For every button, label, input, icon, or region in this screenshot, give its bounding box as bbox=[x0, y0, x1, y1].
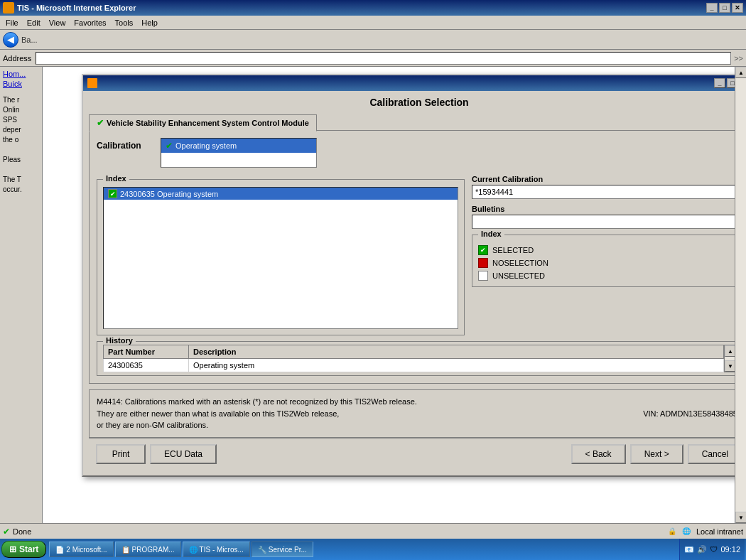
history-scroll-up[interactable]: ▲ bbox=[725, 345, 735, 357]
ie-minimize-button[interactable]: _ bbox=[706, 3, 718, 13]
ie-sidebar: Hom... Buick The rOnlinSPSdeperthe oPlea… bbox=[0, 67, 43, 523]
history-label: History bbox=[103, 336, 136, 345]
network-icon: 🔊 bbox=[697, 545, 707, 554]
sps-icon bbox=[87, 78, 97, 88]
history-row-0: 24300635 Operating system bbox=[104, 359, 724, 372]
sps-content: Calibration Selection ✔ Vehicle Stabilit… bbox=[83, 91, 735, 475]
ie-content: Hom... Buick The rOnlinSPSdeperthe oPlea… bbox=[0, 67, 746, 523]
menu-favorites[interactable]: Favorites bbox=[70, 17, 110, 28]
history-part-0: 24300635 bbox=[104, 359, 189, 372]
legend-unselected-label: UNSELECTED bbox=[492, 271, 545, 280]
taskbar: ⊞ Start 📄 2 Microsoft... 📋 PROGRAM... 🌐 … bbox=[0, 539, 746, 560]
sps-maximize-button[interactable]: □ bbox=[727, 78, 735, 88]
history-scroll-down[interactable]: ▼ bbox=[725, 360, 735, 372]
taskbar-icon-0: 📄 bbox=[55, 546, 64, 554]
ie-scrollbar[interactable]: ▲ ▼ bbox=[735, 67, 746, 523]
taskbar-label-2: TIS - Micros... bbox=[200, 546, 244, 554]
ie-window-controls: _ □ ✕ bbox=[706, 3, 743, 13]
menu-help[interactable]: Help bbox=[137, 17, 162, 28]
history-col-desc: Description bbox=[189, 345, 724, 359]
sidebar-buick-link[interactable]: Buick bbox=[3, 80, 39, 88]
calibration-option-0[interactable]: ✔ Operating system bbox=[161, 139, 316, 153]
legend-selected-label: SELECTED bbox=[492, 246, 534, 254]
legend-unselected-icon bbox=[478, 271, 488, 281]
sps-minimize-button[interactable]: _ bbox=[714, 78, 725, 88]
left-buttons: Print ECU Data bbox=[96, 444, 217, 464]
taskbar-item-1[interactable]: 📋 PROGRAM... bbox=[115, 542, 181, 557]
address-label: Address bbox=[3, 54, 31, 63]
bulletins-group: Bulletins bbox=[472, 205, 735, 229]
left-column: Index ✔ 24300635 Operating system bbox=[97, 175, 465, 335]
main-title: Calibration Selection bbox=[89, 97, 735, 108]
current-calibration-label: Current Calibration bbox=[472, 175, 735, 183]
ecu-data-button[interactable]: ECU Data bbox=[150, 444, 217, 464]
right-panel: Current Calibration Bulletins bbox=[472, 175, 735, 335]
taskbar-items: 📄 2 Microsoft... 📋 PROGRAM... 🌐 TIS - Mi… bbox=[49, 542, 679, 557]
taskbar-item-0[interactable]: 📄 2 Microsoft... bbox=[49, 542, 113, 557]
menu-view[interactable]: View bbox=[45, 17, 70, 28]
menu-file[interactable]: File bbox=[1, 17, 23, 28]
calibration-option-label: Operating system bbox=[175, 141, 237, 150]
message-box: M4414: Calibrations marked with an aster… bbox=[89, 389, 735, 438]
index-item-0[interactable]: ✔ 24300635 Operating system bbox=[104, 188, 458, 200]
back-button[interactable]: ◀ bbox=[3, 32, 18, 48]
ie-statusbar: ✔ Done 🔒 🌐 Local intranet bbox=[0, 523, 746, 539]
taskbar-label-1: PROGRAM... bbox=[132, 546, 175, 554]
message-line1: M4414: Calibrations marked with an aster… bbox=[97, 396, 735, 408]
ie-maximize-button[interactable]: □ bbox=[719, 3, 730, 13]
lock-icon: 🔒 bbox=[668, 527, 676, 535]
sidebar-home-link[interactable]: Hom... bbox=[3, 70, 39, 78]
zone-label: Local intranet bbox=[696, 527, 743, 536]
scroll-down-button[interactable]: ▼ bbox=[735, 512, 746, 523]
legend-noselection-label: NOSELECTION bbox=[492, 259, 548, 267]
cancel-button[interactable]: Cancel bbox=[688, 444, 735, 464]
go-arrows: >> bbox=[734, 54, 743, 63]
tab-panel: Calibration ✔ Operating system bbox=[89, 130, 735, 384]
taskbar-icon-3: 🔧 bbox=[258, 546, 266, 554]
history-section: History Part Number Description bbox=[97, 341, 735, 376]
mail-icon: 📧 bbox=[684, 545, 694, 554]
next-button[interactable]: Next > bbox=[630, 444, 683, 464]
menu-edit[interactable]: Edit bbox=[23, 17, 45, 28]
taskbar-icon-1: 📋 bbox=[121, 546, 130, 554]
message-line2-text: They are either newer than what is avail… bbox=[97, 408, 339, 420]
ie-main: _ □ ✕ Calibration Selection ✔ Vehicle St… bbox=[43, 67, 735, 523]
menu-tools[interactable]: Tools bbox=[111, 17, 138, 28]
current-calibration-input[interactable] bbox=[472, 185, 735, 199]
scroll-up-button[interactable]: ▲ bbox=[735, 67, 746, 78]
calibration-listbox[interactable]: ✔ Operating system bbox=[161, 138, 317, 168]
taskbar-item-2[interactable]: 🌐 TIS - Micros... bbox=[183, 542, 250, 557]
history-scrollbar[interactable]: ▲ ▼ bbox=[724, 345, 735, 372]
vin-label: VIN: bbox=[643, 409, 660, 418]
index-listbox[interactable]: ✔ 24300635 Operating system bbox=[103, 187, 458, 329]
tab-vses[interactable]: ✔ Vehicle Stability Enhancement System C… bbox=[89, 114, 317, 131]
start-button[interactable]: ⊞ Start bbox=[1, 541, 46, 558]
history-container: Part Number Description 24300635 bbox=[103, 345, 735, 372]
clock: 09:12 bbox=[720, 545, 740, 554]
print-button[interactable]: Print bbox=[96, 444, 146, 464]
index-checkbox-0: ✔ bbox=[108, 189, 117, 198]
index-legend: Index bbox=[103, 174, 129, 183]
bottom-buttons: Print ECU Data < Back Next > Cancel bbox=[89, 438, 735, 470]
sps-titlebar: _ □ ✕ bbox=[83, 75, 735, 91]
calibration-row: Calibration ✔ Operating system bbox=[97, 138, 735, 168]
ie-icon bbox=[3, 2, 14, 14]
legend-items: ✔ SELECTED NOSELECTION bbox=[478, 245, 735, 281]
ie-window-title: TIS - Microsoft Internet Explorer bbox=[17, 4, 136, 12]
current-calibration-group: Current Calibration bbox=[472, 175, 735, 199]
message-line2: They are either newer than what is avail… bbox=[97, 408, 735, 420]
index-item-label-0: 24300635 Operating system bbox=[120, 190, 218, 198]
legend-box: Index ✔ SELECTED NOSELECTIO bbox=[472, 235, 735, 287]
sps-dialog: _ □ ✕ Calibration Selection ✔ Vehicle St… bbox=[82, 74, 735, 477]
vin-display: VIN: ADMDN13E584384851 bbox=[643, 408, 735, 420]
back-dialog-button[interactable]: < Back bbox=[571, 444, 626, 464]
legend-title: Index bbox=[478, 230, 504, 238]
security-icon: 🛡 bbox=[710, 545, 718, 554]
address-input[interactable] bbox=[36, 52, 731, 65]
legend-noselection: NOSELECTION bbox=[478, 258, 735, 268]
two-column-layout: Index ✔ 24300635 Operating system bbox=[97, 175, 735, 335]
legend-unselected: UNSELECTED bbox=[478, 271, 735, 281]
bulletins-input[interactable] bbox=[472, 215, 735, 229]
ie-close-button[interactable]: ✕ bbox=[732, 3, 743, 13]
taskbar-item-3[interactable]: 🔧 Service Pr... bbox=[252, 542, 313, 557]
